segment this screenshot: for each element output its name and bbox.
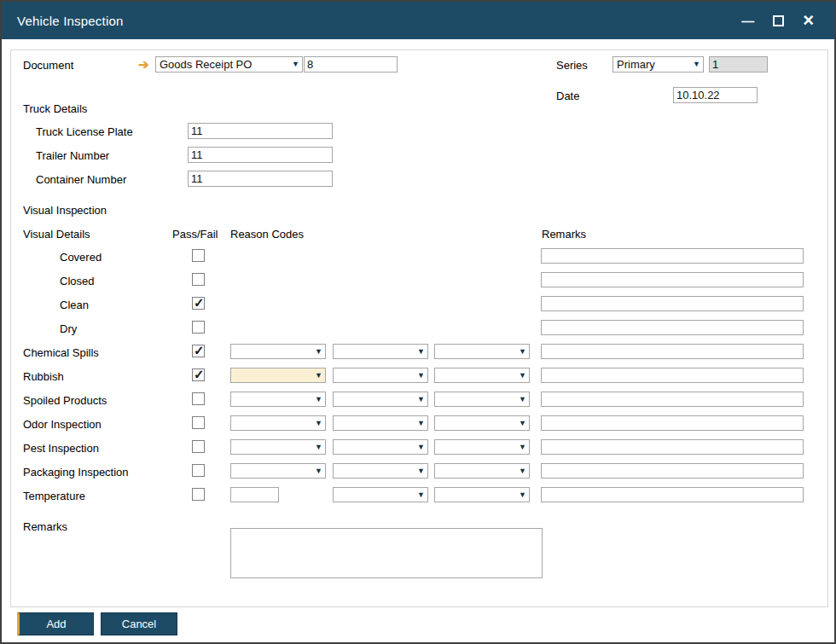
pass-fail-checkbox-closed[interactable] [192, 273, 205, 286]
remarks-input-dry[interactable] [541, 320, 804, 335]
document-label: Document [23, 58, 73, 73]
document-type-dropdown[interactable]: Goods Receipt PO ▼ [155, 56, 303, 73]
dropdown-arrow-icon[interactable]: ▼ [516, 488, 529, 502]
series-dropdown[interactable]: Primary ▼ [612, 56, 704, 73]
reason-code-dropdown-2-packaging-inspection[interactable]: ▼ [333, 463, 428, 479]
dropdown-arrow-icon[interactable]: ▼ [415, 368, 427, 382]
reason-code-dropdown-3-temperature[interactable]: ▼ [434, 487, 530, 502]
maximize-button[interactable] [773, 12, 784, 29]
dropdown-arrow-icon[interactable]: ▼ [415, 440, 427, 454]
dropdown-arrow-icon[interactable]: ▼ [415, 464, 427, 478]
reason-code-dropdown-1-packaging-inspection[interactable]: ▼ [230, 463, 326, 479]
pass-fail-checkbox-dry[interactable] [192, 321, 205, 334]
pass-fail-checkbox-spoiled-products[interactable] [192, 392, 205, 405]
remarks-input-closed[interactable] [541, 272, 804, 287]
dropdown-arrow-icon[interactable]: ▼ [516, 368, 529, 382]
window-controls: — × [741, 12, 819, 29]
row-label-dry: Dry [60, 322, 77, 336]
reason-code-dropdown-2-spoiled-products[interactable]: ▼ [333, 392, 428, 407]
trailer-number-input[interactable] [188, 147, 333, 163]
reason-code-dropdown-3-packaging-inspection[interactable]: ▼ [434, 463, 530, 479]
pass-fail-checkbox-packaging-inspection[interactable] [192, 464, 205, 477]
dropdown-arrow-icon[interactable]: ▼ [312, 416, 325, 430]
dropdown-arrow-icon[interactable]: ▼ [415, 345, 427, 358]
remarks-input-covered[interactable] [541, 248, 804, 264]
dropdown-arrow-icon[interactable]: ▼ [312, 464, 325, 478]
document-number-input[interactable] [304, 56, 398, 73]
dropdown-arrow-icon[interactable]: ▼ [516, 440, 529, 454]
row-label-odor-inspection: Odor Inspection [23, 417, 102, 432]
remarks-input-chemical-spills[interactable] [541, 344, 804, 359]
cancel-button[interactable]: Cancel [101, 612, 177, 635]
pass-fail-checkbox-temperature[interactable] [192, 488, 205, 501]
row-label-temperature: Temperature [23, 489, 85, 503]
reason-code-dropdown-2-chemical-spills[interactable]: ▼ [333, 344, 428, 359]
pass-fail-checkbox-pest-inspection[interactable] [192, 440, 205, 453]
reason-code-dropdown-1-chemical-spills[interactable]: ▼ [230, 344, 326, 359]
remarks-input-pest-inspection[interactable] [541, 439, 804, 455]
dropdown-arrow-icon[interactable]: ▼ [415, 488, 427, 502]
row-label-pest-inspection: Pest Inspection [23, 441, 99, 455]
dropdown-arrow-icon[interactable]: ▼ [516, 464, 529, 478]
dropdown-arrow-icon[interactable]: ▼ [516, 392, 529, 406]
col-visual-details: Visual Details [23, 227, 90, 241]
add-button[interactable]: Add [17, 612, 94, 635]
link-arrow-icon[interactable]: ➔ [138, 56, 149, 73]
dropdown-arrow-icon[interactable]: ▼ [690, 57, 703, 72]
dropdown-arrow-icon[interactable]: ▼ [312, 368, 325, 382]
pass-fail-checkbox-rubbish[interactable] [192, 368, 205, 381]
container-number-input[interactable] [188, 171, 333, 187]
reason-code-dropdown-3-chemical-spills[interactable]: ▼ [434, 344, 530, 359]
remarks-input-spoiled-products[interactable] [541, 392, 804, 407]
remarks-input-odor-inspection[interactable] [541, 415, 804, 431]
date-input[interactable] [673, 87, 758, 103]
remarks-input-rubbish[interactable] [541, 368, 804, 383]
dropdown-arrow-icon[interactable]: ▼ [415, 416, 427, 430]
col-remarks: Remarks [542, 227, 586, 241]
dropdown-arrow-icon[interactable]: ▼ [516, 416, 529, 430]
dropdown-arrow-icon[interactable]: ▼ [312, 392, 325, 406]
truck-license-plate-input[interactable] [188, 123, 333, 139]
reason-code-dropdown-3-odor-inspection[interactable]: ▼ [434, 415, 530, 431]
remarks-textarea[interactable] [230, 528, 543, 578]
truck-details-section-label: Truck Details [23, 102, 87, 116]
remarks-input-clean[interactable] [541, 296, 804, 311]
reason-code-dropdown-3-pest-inspection[interactable]: ▼ [434, 439, 530, 455]
reason-code-dropdown-1-spoiled-products[interactable]: ▼ [230, 392, 326, 407]
dropdown-arrow-icon[interactable]: ▼ [415, 392, 427, 406]
window-title: Vehicle Inspection [17, 14, 124, 28]
reason-code-dropdown-3-rubbish[interactable]: ▼ [434, 368, 530, 383]
document-type-value: Goods Receipt PO [160, 58, 252, 71]
remarks-input-packaging-inspection[interactable] [541, 463, 804, 479]
titlebar: Vehicle Inspection — × [2, 2, 834, 39]
remarks-input-temperature[interactable] [541, 487, 804, 502]
reason-code-dropdown-1-pest-inspection[interactable]: ▼ [230, 439, 326, 455]
reason-code-dropdown-2-temperature[interactable]: ▼ [333, 487, 428, 502]
series-value: Primary [617, 58, 655, 71]
reason-code-dropdown-1-odor-inspection[interactable]: ▼ [230, 415, 326, 431]
dropdown-arrow-icon[interactable]: ▼ [289, 57, 302, 72]
trailer-number-label: Trailer Number [36, 148, 109, 163]
date-label: Date [556, 89, 579, 103]
series-number-input [709, 56, 768, 73]
series-label: Series [556, 58, 588, 73]
reason-code-dropdown-3-spoiled-products[interactable]: ▼ [434, 392, 530, 407]
reason-code-dropdown-1-rubbish[interactable]: ▼ [230, 368, 326, 383]
minimize-button[interactable]: — [741, 12, 754, 29]
dropdown-arrow-icon[interactable]: ▼ [312, 345, 325, 358]
pass-fail-checkbox-odor-inspection[interactable] [192, 416, 205, 429]
reason-code-dropdown-2-rubbish[interactable]: ▼ [333, 368, 428, 383]
row-label-chemical-spills: Chemical Spills [23, 345, 99, 360]
pass-fail-checkbox-chemical-spills[interactable] [192, 345, 205, 357]
dropdown-arrow-icon[interactable]: ▼ [312, 440, 325, 454]
container-number-label: Container Number [36, 172, 126, 187]
pass-fail-checkbox-covered[interactable] [192, 249, 205, 262]
dropdown-arrow-icon[interactable]: ▼ [516, 345, 529, 358]
vehicle-inspection-window: Vehicle Inspection — × Document ➔ Goods … [0, 0, 836, 644]
reason-code-dropdown-2-odor-inspection[interactable]: ▼ [333, 415, 428, 431]
reason-code-dropdown-2-pest-inspection[interactable]: ▼ [333, 439, 428, 455]
truck-license-plate-label: Truck License Plate [36, 125, 133, 139]
temperature-value-input[interactable] [230, 487, 279, 502]
close-button[interactable]: × [803, 12, 814, 29]
pass-fail-checkbox-clean[interactable] [192, 297, 205, 310]
